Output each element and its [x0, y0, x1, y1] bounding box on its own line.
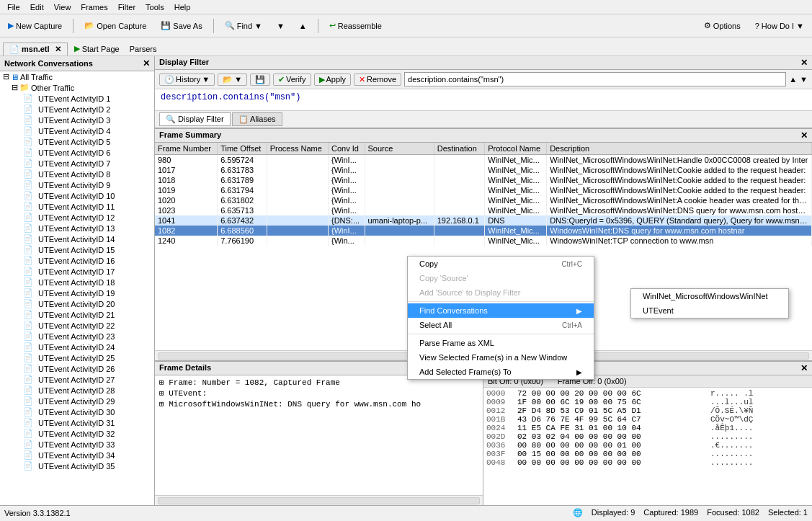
tree-item-19[interactable]: 📄 UTEvent ActivityID 19 — [0, 288, 154, 298]
tree-item-10[interactable]: 📄 UTEvent ActivityID 10 — [0, 190, 154, 201]
tree-item-32[interactable]: 📄 UTEvent ActivityID 32 — [0, 428, 154, 439]
apply-button[interactable]: ▶ Apply — [314, 74, 352, 86]
tree-item-35[interactable]: 📄 UTEvent ActivityID 35 — [0, 460, 154, 471]
filter-load-button[interactable]: 📂 ▼ — [218, 74, 247, 86]
ctx-add-source[interactable]: Add 'Source' to Display Filter — [408, 285, 594, 300]
frame-details-hscroll[interactable] — [155, 495, 483, 505]
find-button[interactable]: 🔍 Find ▼ — [220, 19, 267, 32]
col-time-offset[interactable]: Time Offset — [218, 143, 267, 155]
frame-detail-line-2[interactable]: ⊞ MicrosoftWindowsWinINet: DNS query for… — [158, 398, 480, 409]
tree-item-31[interactable]: 📄 UTEvent ActivityID 31 — [0, 417, 154, 428]
tree-item-7[interactable]: 📄 UTEvent ActivityID 7 — [0, 158, 154, 169]
col-source[interactable]: Source — [365, 143, 434, 155]
col-description[interactable]: Description — [547, 143, 812, 155]
hex-content[interactable]: 000072 00 00 00 20 00 00 00 6Cr..... .l0… — [483, 388, 812, 505]
table-row[interactable]: 1023 6.635713 {WinI... WinINet_Mic... Wi… — [155, 205, 812, 215]
menu-frames[interactable]: Frames — [76, 2, 112, 12]
tree-item-29[interactable]: 📄 UTEvent ActivityID 29 — [0, 396, 154, 406]
ctx-parse-xml[interactable]: Parse Frame as XML — [408, 336, 594, 350]
tree-item-12[interactable]: 📄 UTEvent ActivityID 12 — [0, 212, 154, 223]
frame-details-scrollbar[interactable] — [158, 497, 480, 504]
tree-item-5[interactable]: 📄 UTEvent ActivityID 5 — [0, 136, 154, 147]
tree-item-23[interactable]: 📄 UTEvent ActivityID 23 — [0, 331, 154, 342]
tree-other-traffic[interactable]: ⊟ 📁 Other Traffic — [0, 82, 154, 93]
frame-detail-line-1[interactable]: ⊞ UTEvent: — [158, 388, 480, 398]
ctx-add-to[interactable]: Add Selected Frame(s) To ▶ — [408, 365, 594, 379]
table-row[interactable]: 980 6.595724 {WinI... WinINet_Mic... Win… — [155, 155, 812, 166]
save-as-button[interactable]: 💾 Save As — [156, 19, 207, 32]
tree-item-13[interactable]: 📄 UTEvent ActivityID 13 — [0, 223, 154, 233]
tree-item-3[interactable]: 📄 UTEvent ActivityID 3 — [0, 115, 154, 125]
tree-item-22[interactable]: 📄 UTEvent ActivityID 22 — [0, 320, 154, 331]
tree-item-33[interactable]: 📄 UTEvent ActivityID 33 — [0, 439, 154, 450]
col-destination[interactable]: Destination — [434, 143, 485, 155]
frame-details-content[interactable]: ⊞ Frame: Number = 1082, Captured Frame ⊞… — [155, 375, 483, 495]
find-prev-button[interactable]: ▼ — [272, 19, 290, 32]
table-row[interactable]: 1019 6.631794 {WinI... WinINet_Mic... Wi… — [155, 185, 812, 195]
hex-panel-close[interactable]: ✕ — [800, 363, 808, 373]
tree-item-9[interactable]: 📄 UTEvent ActivityID 9 — [0, 179, 154, 190]
frame-summary-close[interactable]: ✕ — [800, 130, 808, 141]
history-button[interactable]: 🕐 History ▼ — [159, 74, 215, 86]
ctx-copy[interactable]: Copy Ctrl+C — [408, 257, 594, 271]
table-row[interactable]: 1020 6.631802 {WinI... WinINet_Mic... Wi… — [155, 195, 812, 205]
tab-aliases[interactable]: 📋 Aliases — [232, 112, 282, 126]
filter-input[interactable] — [404, 72, 786, 86]
tree-item-17[interactable]: 📄 UTEvent ActivityID 17 — [0, 266, 154, 277]
ctx-select-all[interactable]: Select All Ctrl+A — [408, 318, 594, 332]
parsers-button[interactable]: Parsers — [125, 43, 162, 55]
table-row[interactable]: 1018 6.631789 {WinI... WinINet_Mic... Wi… — [155, 175, 812, 185]
submenu-wininet[interactable]: WinINet_MicrosoftWindowsWinINet — [631, 289, 788, 303]
ctx-find-conversations[interactable]: Find Conversations ▶ — [408, 303, 594, 318]
tree-item-2[interactable]: 📄 UTEvent ActivityID 2 — [0, 104, 154, 115]
start-page-button[interactable]: ▶ Start Page — [69, 42, 125, 55]
tree-item-34[interactable]: 📄 UTEvent ActivityID 34 — [0, 450, 154, 460]
tree-item-18[interactable]: 📄 UTEvent ActivityID 18 — [0, 277, 154, 288]
tree-item-25[interactable]: 📄 UTEvent ActivityID 25 — [0, 352, 154, 363]
left-panel-close[interactable]: ✕ — [143, 58, 150, 68]
menu-filter[interactable]: Filter — [114, 2, 140, 12]
find-next-button[interactable]: ▲ — [294, 19, 312, 32]
tree-item-15[interactable]: 📄 UTEvent ActivityID 15 — [0, 244, 154, 255]
tree-item-26[interactable]: 📄 UTEvent ActivityID 26 — [0, 363, 154, 374]
filter-scroll-up[interactable]: ▲ — [789, 75, 797, 84]
tree-area[interactable]: ⊟ 🖥 All Traffic ⊟ 📁 Other Traffic 📄 UTEv… — [0, 71, 154, 505]
ctx-view-new-window[interactable]: View Selected Frame(s) in a New Window — [408, 350, 594, 365]
display-filter-close[interactable]: ✕ — [800, 58, 808, 68]
open-capture-button[interactable]: 📂 Open Capture — [79, 19, 151, 32]
tab-etl[interactable]: 📄 msn.etl ✕ — [3, 43, 68, 55]
remove-button[interactable]: ✕ Remove — [354, 74, 401, 86]
tree-root[interactable]: ⊟ 🖥 All Traffic — [0, 71, 154, 82]
tree-item-21[interactable]: 📄 UTEvent ActivityID 21 — [0, 309, 154, 320]
tree-item-16[interactable]: 📄 UTEvent ActivityID 16 — [0, 255, 154, 266]
submenu-utevent[interactable]: UTEvent — [631, 303, 788, 318]
tree-item-8[interactable]: 📄 UTEvent ActivityID 8 — [0, 169, 154, 179]
filter-save-button[interactable]: 💾 — [250, 74, 270, 86]
reassemble-button[interactable]: ↩ Reassemble — [324, 19, 387, 32]
menu-tools[interactable]: Tools — [141, 2, 169, 12]
new-capture-button[interactable]: ▶ New Capture — [3, 19, 67, 32]
col-process-name[interactable]: Process Name — [267, 143, 328, 155]
tree-item-30[interactable]: 📄 UTEvent ActivityID 30 — [0, 406, 154, 417]
tree-item-11[interactable]: 📄 UTEvent ActivityID 11 — [0, 201, 154, 212]
col-frame-number[interactable]: Frame Number — [155, 143, 218, 155]
table-row[interactable]: 1240 7.766190 {Win... WinINet_Mic... Win… — [155, 236, 812, 246]
options-button[interactable]: ⚙ Options — [699, 19, 746, 32]
menu-help[interactable]: Help — [170, 2, 195, 12]
tree-item-4[interactable]: 📄 UTEvent ActivityID 4 — [0, 125, 154, 136]
menu-file[interactable]: File — [3, 2, 24, 12]
filter-scroll-down[interactable]: ▼ — [800, 75, 808, 84]
table-row[interactable]: 1082 6.688560 {WinI... WinINet_Mic... Wi… — [155, 226, 812, 236]
menu-edit[interactable]: Edit — [26, 2, 48, 12]
tree-item-14[interactable]: 📄 UTEvent ActivityID 14 — [0, 233, 154, 244]
tree-item-24[interactable]: 📄 UTEvent ActivityID 24 — [0, 342, 154, 352]
table-row[interactable]: 1041 6.637432 {DNS:... umani-laptop-p...… — [155, 215, 812, 226]
tab-close-icon[interactable]: ✕ — [55, 45, 61, 53]
tree-item-20[interactable]: 📄 UTEvent ActivityID 20 — [0, 298, 154, 309]
col-conv-id[interactable]: Conv Id — [328, 143, 365, 155]
table-row[interactable]: 1017 6.631783 {WinI... WinINet_Mic... Wi… — [155, 165, 812, 175]
tab-display-filter[interactable]: 🔍 Display Filter — [159, 112, 231, 126]
col-protocol-name[interactable]: Protocol Name — [485, 143, 547, 155]
tree-item-27[interactable]: 📄 UTEvent ActivityID 27 — [0, 374, 154, 385]
tree-item-28[interactable]: 📄 UTEvent ActivityID 28 — [0, 385, 154, 396]
